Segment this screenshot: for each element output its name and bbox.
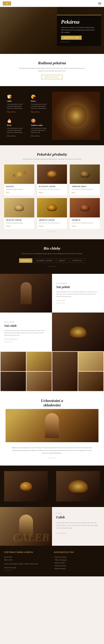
- caleb-read-link[interactable]: ČÍST PŘÍBĚH: [56, 532, 66, 534]
- item-info-bageta: BAGETA Pellentesque dignissim Bageta $4.…: [4, 184, 34, 195]
- story-right-title: Náš chléb: [4, 324, 48, 328]
- footer-list-item-youtube[interactable]: Přejít na YouTube: [54, 564, 100, 567]
- category-left-grid: 🍞 Chléb Lorem ipsum dolor sit amet, cons…: [4, 92, 52, 140]
- footer-list-item-pinterest[interactable]: Přejít na Pinterest: [54, 567, 100, 570]
- footer-list-item-twitter[interactable]: Přejít na Twitter: [54, 561, 100, 564]
- storage-baker-shape: [45, 413, 59, 438]
- caleb-section: CALEB O NÁS Caleb Lorem ipsum dolor sit …: [0, 507, 104, 546]
- item-image-sourdough: [37, 164, 67, 184]
- bread-visual-right: [52, 92, 100, 140]
- item-info-sourdough: KVÁSOVÝ CHLÉB Clit ut nisi eos. Text Eiu…: [37, 184, 67, 195]
- cat-chleb-desc: Lorem ipsum dolor sit amet, consectetur …: [7, 103, 25, 109]
- products-button[interactable]: NAŠE PRODUKTY: [41, 75, 62, 79]
- story-left-title: Náš příběh: [56, 285, 100, 289]
- footer-list-item-facebook[interactable]: Přejít na Facebook: [54, 556, 100, 558]
- bio-title: Bio chleby: [6, 246, 98, 250]
- cat-dorty-desc: Lorem ipsum dolor sit amet, consectetur …: [7, 127, 25, 134]
- footer-left-caption: Obrázky z Pexels: [4, 570, 50, 571]
- bakery-items-title: Pekařské předměty: [4, 152, 100, 156]
- story-section: NÁŠ PŘÍBĚH Náš příběh Lorem ipsum dolor …: [0, 274, 104, 312]
- dark-left-bread: [20, 482, 32, 491]
- category-item-dorty: 🎂 Dorty Lorem ipsum dolor sit amet, cons…: [4, 116, 28, 140]
- cat-chleb-link[interactable]: Přejít na Pexels: [7, 111, 16, 113]
- cake-icon: 🎂: [7, 118, 25, 123]
- bio-section: Bio chleby Vitae turpis massa sed elemen…: [0, 239, 104, 274]
- logo[interactable]: logo: [3, 2, 11, 6]
- categories-section: 🍞 Chléb Lorem ipsum dolor sit amet, cons…: [0, 86, 104, 145]
- story-right-content: NÁŠ CHLÉB Náš chléb Lorem ipsum dolor si…: [0, 312, 52, 351]
- item-price-sourdough: $6.25: [39, 192, 65, 194]
- cat-chleb-name: Chléb: [7, 100, 25, 102]
- dark-col-right: [52, 466, 104, 507]
- item-price-cinnamon: $3.10: [72, 225, 98, 227]
- footer-map-link[interactable]: Nalézt nás na mapě: [4, 567, 50, 568]
- bio-buttons-group: PEKÁRNA SOUBORY COOKIE BAGETY SÝROVÝCH: [6, 258, 98, 263]
- cat-cookie-name: Soubory cookie: [31, 124, 49, 126]
- cat-cookie-link[interactable]: Přejít na Pexels: [31, 135, 40, 137]
- story-right-caption: Obrázek z Pexels: [4, 341, 48, 342]
- items-grid: BAGETA Pellentesque dignissim Bageta $4.…: [4, 164, 100, 229]
- story-left-label: NÁŠ PŘÍBĚH: [56, 283, 100, 284]
- hero-content-box: Pekárna Aliquam erat volutpat. Ut wisi e…: [57, 15, 101, 46]
- item-info-milk: MLÉČNÝ CHLÉB Pellentesque dignissim Bage…: [4, 218, 34, 229]
- cookie-icon: 🍪: [31, 118, 49, 123]
- story-left-caption: Obrázek z Pexels: [56, 302, 100, 304]
- item-image-honey: [37, 198, 67, 218]
- footer-left-title: Otevírací doba a místo: [4, 551, 50, 554]
- item-name-bageta: BAGETA: [6, 186, 32, 188]
- family-description: Elit sodales purus phasellus feugiat mag…: [17, 67, 87, 72]
- family-title: Rodinná pekárna: [6, 61, 98, 65]
- category-bread-image: [52, 92, 100, 140]
- item-info-cinnamon: SKOŘICE Clit ut nisi eos. Text Eiusm ut …: [70, 218, 100, 229]
- footer-col-right: Kontaktuje nás Přejít na Facebook Přejít…: [54, 551, 100, 571]
- footer: Otevírací doba a místo Adresa Ulice Měst…: [0, 546, 104, 576]
- dark-col-right-image: [56, 471, 100, 502]
- cat-dorty-link[interactable]: Přejít na Pexels: [7, 135, 16, 137]
- bio-caption: Obrázky z Pexels: [6, 266, 98, 267]
- bread-icon: 🍞: [7, 94, 25, 99]
- bio-btn-bagety[interactable]: BAGETY: [56, 258, 69, 263]
- item-card-milk: MLÉČNÝ CHLÉB Pellentesque dignissim Bage…: [4, 198, 34, 229]
- caleb-content: O NÁS Caleb Lorem ipsum dolor sit amet, …: [52, 507, 104, 546]
- story-right-label: NÁŠ CHLÉB: [4, 322, 48, 323]
- item-card-honey: MEDOVÝ CHLÉB Clit ut nisi eos. Text Eius…: [37, 198, 67, 229]
- sourdough-decoration: [47, 171, 57, 178]
- bio-btn-pekarna[interactable]: PEKÁRNA: [19, 258, 32, 263]
- footer-list-item-instagram[interactable]: Přejít na Instagram: [54, 558, 100, 561]
- item-name-sourdough: KVÁSOVÝ CHLÉB: [39, 186, 65, 188]
- bread-circle-decoration: [65, 105, 87, 127]
- hero-title: Pekárna: [61, 19, 97, 25]
- item-desc-honey: Clit ut nisi eos. Text Eiusm ut nisi eos…: [39, 222, 65, 224]
- bio-btn-cookie[interactable]: SOUBORY COOKIE: [34, 258, 55, 263]
- grain-decoration: [80, 171, 90, 178]
- milk-decoration: [14, 204, 24, 211]
- story-section-right: NÁŠ CHLÉB Náš chléb Lorem ipsum dolor si…: [0, 312, 104, 351]
- item-desc-sourdough: Clit ut nisi eos. Text Eiusm ut nisi eos…: [39, 188, 65, 190]
- item-image-milk: [4, 198, 34, 218]
- cat-pecivo-link[interactable]: Přejít na Pexels: [31, 111, 40, 113]
- storage-description: Adipiscing elit ut aliquam purus sit ame…: [11, 446, 94, 454]
- item-image-grain: [70, 164, 100, 184]
- bakery-items-caption: Obrázky z Pexels: [4, 231, 100, 232]
- bread-loaf-decoration: [70, 326, 86, 338]
- category-item-pecivo: 🥐 Pečivo Lorem ipsum dolor sit amet, con…: [28, 92, 52, 116]
- hero-section: Pekárna Aliquam erat volutpat. Ut wisi e…: [0, 7, 104, 54]
- baguette-decoration: [12, 170, 26, 178]
- item-name-milk: MLÉČNÝ CHLÉB: [6, 219, 32, 221]
- gallery-cell-4: [78, 352, 103, 371]
- item-price-grain: $4.5: [72, 192, 98, 194]
- caleb-body-text: Lorem ipsum dolor sit amet, consectetur …: [56, 522, 100, 529]
- story-left-image: [0, 274, 52, 312]
- menu-toggle[interactable]: [98, 2, 101, 4]
- gallery-cell-7: [78, 372, 103, 391]
- dark-col-left: [0, 466, 52, 507]
- cat-pecivo-name: Pečivo: [31, 100, 49, 102]
- story-right-text: Lorem ipsum dolor sit amet, consectetur …: [4, 329, 48, 336]
- item-desc-milk: Pellentesque dignissim Bageta: [6, 222, 32, 224]
- hero-cta-button[interactable]: PŘEJDĚTE K NÁM: [61, 36, 82, 40]
- gallery-cell-5: [1, 372, 26, 391]
- bio-btn-syrových[interactable]: SÝROVÝCH: [70, 258, 85, 263]
- story-left-link[interactable]: ZJISTIT VÍC: [56, 300, 100, 301]
- story-right-link[interactable]: VÍCE INFORMACÍ: [4, 338, 48, 340]
- navbar: logo: [0, 0, 104, 7]
